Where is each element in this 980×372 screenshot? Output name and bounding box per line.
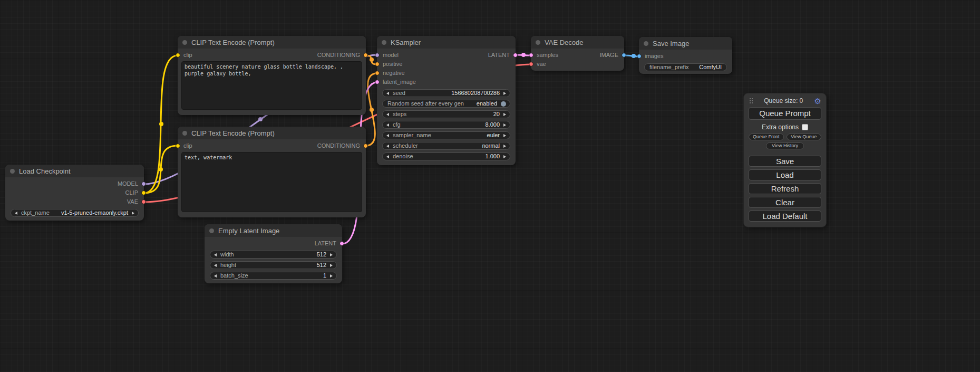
- widget-arrow-right-icon[interactable]: [503, 145, 506, 148]
- widget-arrow-right-icon[interactable]: [330, 274, 333, 278]
- node-load-checkpoint[interactable]: Load Checkpoint MODEL CLIP VAE ckpt_name…: [5, 165, 144, 221]
- widget-batch-size[interactable]: batch_size 1: [210, 272, 337, 280]
- widget-arrow-left-icon[interactable]: [386, 92, 389, 95]
- input-slot-clip-dot[interactable]: [176, 144, 180, 148]
- slot-label: images: [645, 52, 663, 61]
- node-title-bar[interactable]: Save Image: [639, 37, 732, 50]
- widget-sampler-name[interactable]: sampler_name euler: [382, 131, 510, 139]
- widget-arrow-right-icon[interactable]: [503, 92, 506, 95]
- output-slot-latent-dot[interactable]: [513, 53, 518, 58]
- input-slot-images-dot[interactable]: [637, 54, 642, 59]
- node-title-bar[interactable]: Empty Latent Image: [205, 224, 342, 237]
- output-slot-model-dot[interactable]: [141, 182, 146, 186]
- collapse-dot-icon[interactable]: [182, 40, 187, 45]
- input-slot-clip-dot[interactable]: [176, 53, 180, 58]
- input-slot-positive-dot[interactable]: [375, 62, 380, 66]
- input-slot-latent-image-dot[interactable]: [375, 80, 380, 84]
- widget-value: 1: [323, 272, 326, 279]
- widget-arrow-left-icon[interactable]: [386, 113, 389, 116]
- node-title-bar[interactable]: CLIP Text Encode (Prompt): [178, 127, 366, 139]
- widget-filename-prefix[interactable]: filename_prefix ComfyUI: [644, 63, 727, 71]
- widget-arrow-left-icon[interactable]: [214, 264, 217, 267]
- collapse-dot-icon[interactable]: [10, 169, 15, 174]
- input-slot-vae-dot[interactable]: [529, 62, 533, 66]
- collapse-dot-icon[interactable]: [382, 40, 386, 45]
- widget-cfg[interactable]: cfg 8.000: [382, 121, 510, 129]
- widget-arrow-right-icon[interactable]: [330, 264, 333, 267]
- view-history-button[interactable]: View History: [766, 142, 804, 149]
- widget-steps[interactable]: steps 20: [382, 110, 510, 118]
- collapse-dot-icon[interactable]: [644, 41, 648, 46]
- view-queue-button[interactable]: View Queue: [787, 133, 822, 140]
- widget-name: denoise: [393, 153, 413, 160]
- queue-prompt-button[interactable]: Queue Prompt: [749, 107, 821, 120]
- node-title-bar[interactable]: VAE Decode: [531, 36, 624, 49]
- node-empty-latent-image[interactable]: Empty Latent Image LATENT width 512 heig…: [205, 224, 342, 283]
- collapse-dot-icon[interactable]: [536, 40, 540, 45]
- widget-arrow-right-icon[interactable]: [503, 155, 506, 158]
- node-clip-text-encode-negative[interactable]: CLIP Text Encode (Prompt) clip CONDITION…: [178, 127, 366, 217]
- node-clip-text-encode-positive[interactable]: CLIP Text Encode (Prompt) clip CONDITION…: [178, 36, 366, 115]
- slot-label: negative: [383, 69, 405, 78]
- settings-gear-icon[interactable]: ⚙: [814, 97, 821, 105]
- clear-button[interactable]: Clear: [749, 197, 821, 208]
- slot-label: positive: [383, 60, 402, 69]
- widget-arrow-left-icon[interactable]: [386, 123, 389, 127]
- node-title-bar[interactable]: KSampler: [377, 36, 516, 49]
- wire-negative-conditioning: [366, 73, 377, 146]
- slot-label: clip: [183, 141, 192, 150]
- widget-seed[interactable]: seed 156680208700286: [382, 89, 510, 97]
- load-default-button[interactable]: Load Default: [749, 211, 821, 222]
- widget-arrow-right-icon[interactable]: [503, 123, 506, 127]
- refresh-button[interactable]: Refresh: [749, 183, 821, 194]
- widget-arrow-left-icon[interactable]: [214, 274, 217, 278]
- output-slot-latent-dot[interactable]: [339, 241, 344, 246]
- widget-width[interactable]: width 512: [210, 251, 337, 259]
- node-vae-decode[interactable]: VAE Decode samples IMAGE vae: [531, 36, 624, 71]
- output-slot-vae: VAE: [5, 197, 144, 206]
- input-slot-samples-dot[interactable]: [529, 53, 533, 58]
- widget-arrow-right-icon[interactable]: [330, 253, 333, 256]
- prompt-textarea[interactable]: text, watermark: [181, 152, 362, 212]
- widget-height[interactable]: height 512: [210, 261, 337, 269]
- toggle-on-icon[interactable]: [501, 101, 506, 107]
- output-slot-vae-dot[interactable]: [141, 199, 146, 204]
- widget-arrow-right-icon[interactable]: [503, 134, 506, 137]
- widget-arrow-right-icon[interactable]: [503, 113, 506, 116]
- input-slot-model-dot[interactable]: [375, 53, 380, 58]
- widget-random-seed-toggle[interactable]: Random seed after every gen enabled: [382, 100, 510, 108]
- output-slot-clip-dot[interactable]: [141, 190, 146, 195]
- drag-handle-icon[interactable]: [750, 98, 751, 99]
- output-slot-conditioning-dot[interactable]: [363, 144, 368, 148]
- widget-name: height: [220, 262, 236, 269]
- slot-row: clip CONDITIONING: [178, 51, 366, 60]
- widget-arrow-left-icon[interactable]: [386, 145, 389, 148]
- widget-ckpt-name[interactable]: ckpt_name v1-5-pruned-emaonly.ckpt: [11, 209, 139, 217]
- widget-scheduler[interactable]: scheduler normal: [382, 142, 510, 150]
- node-save-image[interactable]: Save Image images filename_prefix ComfyU…: [639, 37, 732, 74]
- save-button[interactable]: Save: [749, 156, 821, 167]
- widget-value: 512: [317, 262, 326, 269]
- input-slot-negative-dot[interactable]: [375, 71, 380, 75]
- prompt-textarea[interactable]: beautiful scenery nature glass bottle la…: [181, 61, 362, 110]
- view-history-row: View History: [749, 142, 821, 149]
- widget-denoise[interactable]: denoise 1.000: [382, 152, 510, 160]
- widget-arrow-left-icon[interactable]: [386, 134, 389, 137]
- widget-arrow-right-icon[interactable]: [132, 212, 134, 215]
- queue-front-button[interactable]: Queue Front: [749, 133, 784, 140]
- extra-options-checkbox[interactable]: [802, 124, 808, 130]
- widget-name: width: [220, 251, 234, 258]
- wire-clip-to-positive-prompt: [144, 55, 178, 193]
- output-slot-conditioning-dot[interactable]: [363, 53, 368, 58]
- node-title: Load Checkpoint: [19, 167, 71, 175]
- collapse-dot-icon[interactable]: [182, 131, 187, 136]
- widget-arrow-left-icon[interactable]: [386, 155, 389, 158]
- output-slot-image-dot[interactable]: [622, 53, 626, 58]
- node-title-bar[interactable]: CLIP Text Encode (Prompt): [178, 36, 366, 49]
- widget-arrow-left-icon[interactable]: [214, 253, 217, 256]
- node-ksampler[interactable]: KSampler model LATENT positive negative …: [377, 36, 516, 165]
- collapse-dot-icon[interactable]: [209, 228, 214, 233]
- node-title-bar[interactable]: Load Checkpoint: [5, 165, 144, 177]
- load-button[interactable]: Load: [749, 169, 821, 180]
- widget-arrow-left-icon[interactable]: [15, 212, 17, 215]
